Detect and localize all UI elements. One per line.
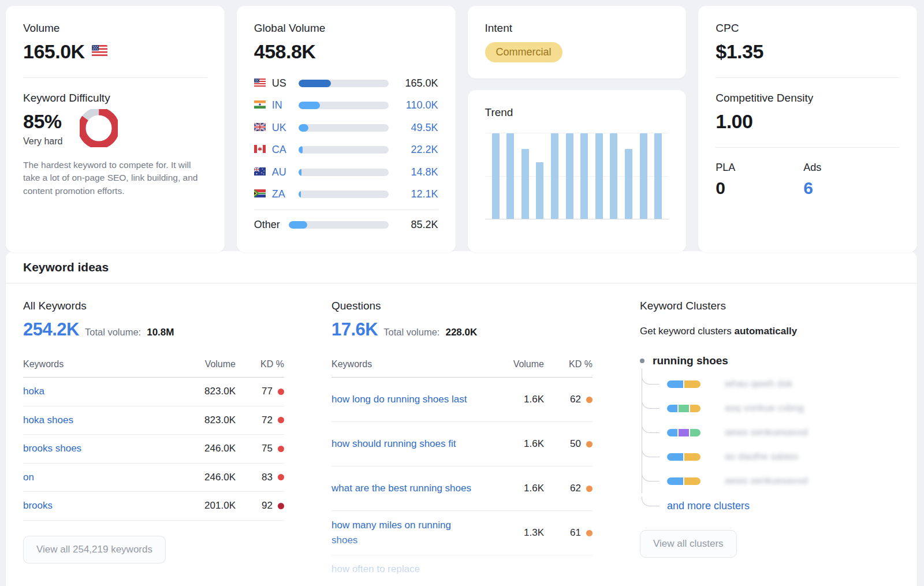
country-link[interactable]: AU <box>272 166 296 178</box>
total-volume-value: 228.0K <box>445 327 477 338</box>
ads-label: Ads <box>803 162 821 174</box>
us-flag-icon <box>92 45 107 58</box>
bullet-icon <box>640 359 644 363</box>
country-link[interactable]: UK <box>272 122 296 134</box>
keyword-link[interactable]: brooks shoes <box>23 441 178 456</box>
cluster-pill <box>667 380 701 388</box>
country-volume-value[interactable]: 14.8K <box>396 166 438 178</box>
keyword-link[interactable]: hoka shoes <box>23 413 178 428</box>
cpc-label: CPC <box>716 22 900 35</box>
questions-column: Questions 17.6K Total volume: 228.0K Key… <box>331 300 593 583</box>
country-volume-value[interactable]: 110.0K <box>396 99 438 111</box>
volume-cell: 823.0K <box>178 415 236 426</box>
kd-dot <box>586 486 593 492</box>
country-volume-bar <box>299 124 389 132</box>
blurred-cluster-text: whau qweh dsk <box>725 378 792 390</box>
cluster-root: running shoes <box>640 354 896 367</box>
country-link[interactable]: IN <box>272 99 296 111</box>
blurred-cluster-text: asq vonkue cxbng <box>725 402 804 414</box>
table-row: brooks shoes 246.0K 75 <box>23 435 284 464</box>
table-row: how long do running shoes last 1.6K 62 <box>331 378 593 422</box>
card-divider <box>716 77 900 78</box>
volume-cell: 246.0K <box>178 472 236 483</box>
other-row: Other 85.2K <box>254 213 438 236</box>
kd-dot <box>586 530 593 536</box>
za-flag-icon <box>254 188 266 200</box>
trend-label: Trend <box>485 106 669 119</box>
keyword-link[interactable]: how long do running shoes last <box>331 392 486 407</box>
intent-card: Intent Commercial <box>468 6 687 79</box>
kd-description: The hardest keyword to compete for. It w… <box>23 159 202 197</box>
kd-dot <box>586 441 593 447</box>
keyword-link[interactable]: brooks <box>23 498 178 513</box>
country-volume-value[interactable]: 12.1K <box>396 188 438 200</box>
keyword-link[interactable]: what are the best running shoes <box>331 481 486 496</box>
global-volume-list: US 165.0K IN 110.0K UK 49.5K <box>254 72 438 236</box>
cluster-item: aews senkuesaxxd <box>642 420 896 445</box>
country-link[interactable]: ZA <box>272 188 296 200</box>
other-divider <box>254 210 438 210</box>
kd-cell: 50 <box>544 438 593 450</box>
card-divider <box>23 77 207 78</box>
country-link[interactable]: CA <box>272 144 296 156</box>
pla-value: 0 <box>716 178 735 198</box>
keyword-ideas-panel: Keyword ideas All Keywords 254.2K Total … <box>6 251 917 586</box>
kd-dot <box>278 474 284 480</box>
other-volume-bar <box>289 221 389 229</box>
kd-dot <box>278 503 284 509</box>
kd-dot <box>586 397 593 403</box>
kd-dot <box>278 417 284 423</box>
trend-chart <box>485 133 669 219</box>
all-keywords-column: All Keywords 254.2K Total volume: 10.8M … <box>23 300 284 583</box>
blurred-cluster-text: aews senkuesaxxd <box>725 475 808 487</box>
trend-bar <box>566 133 573 219</box>
ca-flag-icon <box>254 144 266 156</box>
volume-label: Volume <box>23 22 207 35</box>
view-all-keywords-button[interactable]: View all 254,219 keywords <box>23 536 166 563</box>
blurred-cluster-text: aews senkuesaxxd <box>725 427 808 438</box>
us-flag-icon <box>254 77 266 89</box>
intent-trend-column: Intent Commercial Trend <box>468 6 687 252</box>
keyword-clusters-column: Keyword Clusters Get keyword clusters au… <box>640 300 896 583</box>
volume-cell: 1.6K <box>486 483 544 494</box>
country-volume-value: 165.0K <box>396 77 438 89</box>
more-clusters-link[interactable]: and more clusters <box>667 500 750 512</box>
cluster-pill <box>667 405 701 412</box>
keyword-link[interactable]: on <box>23 470 178 485</box>
kd-percent: 85% <box>23 110 62 133</box>
cluster-pill <box>667 453 701 461</box>
country-volume-value[interactable]: 49.5K <box>396 122 438 134</box>
in-flag-icon <box>254 99 266 111</box>
keyword-difficulty-label: Keyword Difficulty <box>23 92 207 104</box>
col-kd: KD % <box>544 359 593 369</box>
trend-bar <box>536 162 543 219</box>
country-volume-value[interactable]: 22.2K <box>396 144 438 156</box>
volume-value: 165.0K <box>23 40 85 63</box>
all-keywords-table: Keywords Volume KD % hoka 823.0K 77 hoka… <box>23 359 284 521</box>
questions-table: Keywords Volume KD % how long do running… <box>331 359 593 583</box>
total-volume-value: 10.8M <box>147 327 174 338</box>
country-row-ca: CA 22.2K <box>254 139 438 162</box>
table-header: Keywords Volume KD % <box>23 359 284 378</box>
trend-bar <box>506 133 514 219</box>
kd-cell: 77 <box>236 386 284 397</box>
trend-bar <box>580 133 588 219</box>
volume-difficulty-card: Volume 165.0K Keyword Difficulty 85% Ver… <box>6 6 225 252</box>
col-volume: Volume <box>178 359 236 369</box>
country-row-uk: UK 49.5K <box>254 117 438 139</box>
keyword-link[interactable]: hoka <box>23 384 178 399</box>
trend-bar <box>625 149 632 219</box>
view-all-clusters-button[interactable]: View all clusters <box>640 530 737 558</box>
clusters-subtitle: Get keyword clusters automatically <box>640 326 896 337</box>
keyword-link[interactable]: how many miles on running shoes <box>331 518 486 548</box>
country-row-us: US 165.0K <box>254 72 438 95</box>
keyword-link[interactable]: how should running shoes fit <box>331 436 486 451</box>
cluster-item: asq vonkue cxbng <box>642 396 896 420</box>
country-volume-bar <box>299 80 389 87</box>
trend-bar <box>551 133 558 219</box>
country-volume-bar <box>299 191 389 198</box>
kd-cell: 61 <box>544 527 593 539</box>
other-label: Other <box>254 219 286 231</box>
trend-card: Trend <box>468 90 687 252</box>
table-row: how should running shoes fit 1.6K 50 <box>331 422 593 466</box>
